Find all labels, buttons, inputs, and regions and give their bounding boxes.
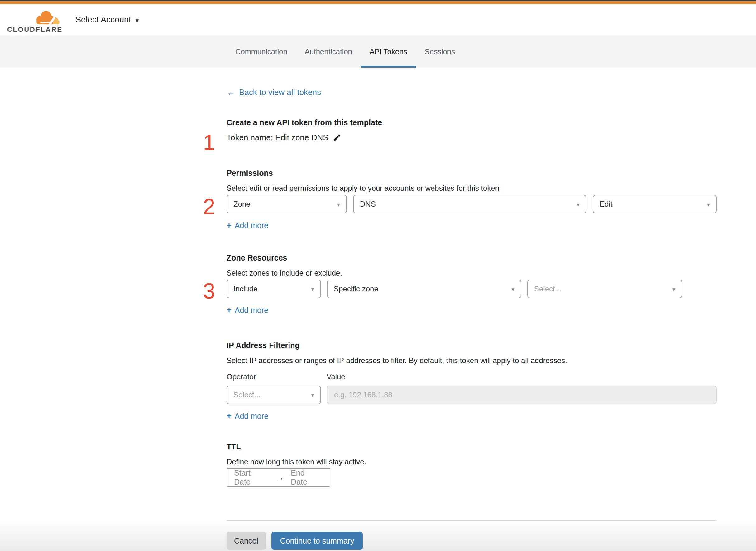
start-date-placeholder: Start Date [234,468,269,487]
ip-filtering-description: Select IP addresses or ranges of IP addr… [226,356,717,366]
active-tab-underline [361,66,416,68]
header: CLOUDFLARE Select Account ▾ [0,4,756,36]
zone-type-select[interactable]: Specific zone ▾ [327,280,521,298]
continue-to-summary-button[interactable]: Continue to summary [271,532,363,550]
plus-icon: + [226,412,231,420]
permissions-add-more-link[interactable]: + Add more [226,221,717,230]
chevron-down-icon: ▾ [337,201,340,207]
cloudflare-logo[interactable]: CLOUDFLARE [7,9,61,34]
arrow-right-icon: → [275,473,284,482]
back-to-tokens-link[interactable]: ← Back to view all tokens [226,88,717,97]
step-number-1: 1 [199,131,219,154]
plus-icon: + [226,221,231,230]
ip-value-input[interactable] [326,386,717,404]
token-name-section: 1 Create a new API token from this templ… [226,118,717,143]
account-selector-label: Select Account [75,15,131,25]
cloudflare-wordmark: CLOUDFLARE [7,26,61,34]
footer-buttons: Cancel Continue to summary [226,532,363,550]
token-name-text: Token name: Edit zone DNS [226,132,328,143]
zone-resources-description: Select zones to include or exclude. [226,268,717,278]
zone-resources-add-more-link[interactable]: + Add more [226,306,717,315]
chevron-down-icon: ▾ [707,201,710,207]
permission-type-select[interactable]: DNS ▾ [353,195,587,213]
cloudflare-create-token-page: CLOUDFLARE Select Account ▾ Communicatio… [0,0,756,551]
ttl-section: TTL Define how long this token will stay… [226,442,717,487]
tab-api-tokens[interactable]: API Tokens [361,36,416,68]
ip-filtering-add-more-link[interactable]: + Add more [226,412,717,421]
cloudflare-cloud-icon [33,9,60,26]
zone-name-select[interactable]: Select... ▾ [527,280,682,298]
back-arrow-icon: ← [226,88,235,97]
permissions-section: 2 Permissions Select edit or read permis… [226,168,717,230]
tab-bar: Communication Authentication API Tokens … [0,36,756,68]
chevron-down-icon: ▾ [577,201,580,207]
footer-background [0,521,756,551]
footer-divider [226,520,717,521]
plus-icon: + [226,306,231,315]
chevron-down-icon: ▾ [311,392,314,398]
zone-resources-section: 3 Zone Resources Select zones to include… [226,253,717,315]
tab-sessions[interactable]: Sessions [416,36,464,68]
permission-scope-select[interactable]: Zone ▾ [226,195,347,213]
zone-resources-title: Zone Resources [226,253,717,262]
ip-operator-select[interactable]: Select... ▾ [226,386,321,404]
tabs: Communication Authentication API Tokens … [226,36,756,68]
zone-operator-select[interactable]: Include ▾ [226,280,321,298]
ip-filtering-title: IP Address Filtering [226,341,717,350]
top-accent-bar [0,1,756,4]
ttl-title: TTL [226,442,717,451]
step-number-3: 3 [199,280,219,303]
tab-authentication[interactable]: Authentication [296,36,361,68]
ttl-description: Define how long this token will stay act… [226,457,717,467]
cancel-button[interactable]: Cancel [226,532,266,550]
value-label: Value [326,373,345,381]
step-number-2: 2 [199,195,219,218]
permission-access-select[interactable]: Edit ▾ [593,195,717,213]
ip-filtering-section: IP Address Filtering Select IP addresses… [226,341,717,421]
tab-communication[interactable]: Communication [226,36,296,68]
end-date-placeholder: End Date [291,468,323,487]
chevron-down-icon: ▾ [311,286,314,292]
account-selector[interactable]: Select Account ▾ [75,4,139,36]
permissions-description: Select edit or read permissions to apply… [226,183,717,193]
operator-label: Operator [226,373,321,381]
chevron-down-icon: ▾ [135,16,139,24]
chevron-down-icon: ▾ [511,286,515,292]
permissions-title: Permissions [226,168,717,178]
back-link-label: Back to view all tokens [239,88,321,97]
chevron-down-icon: ▾ [672,286,675,292]
edit-pencil-icon[interactable] [333,133,341,142]
create-token-title: Create a new API token from this templat… [226,118,717,127]
ttl-date-range-picker[interactable]: Start Date → End Date [226,468,330,487]
